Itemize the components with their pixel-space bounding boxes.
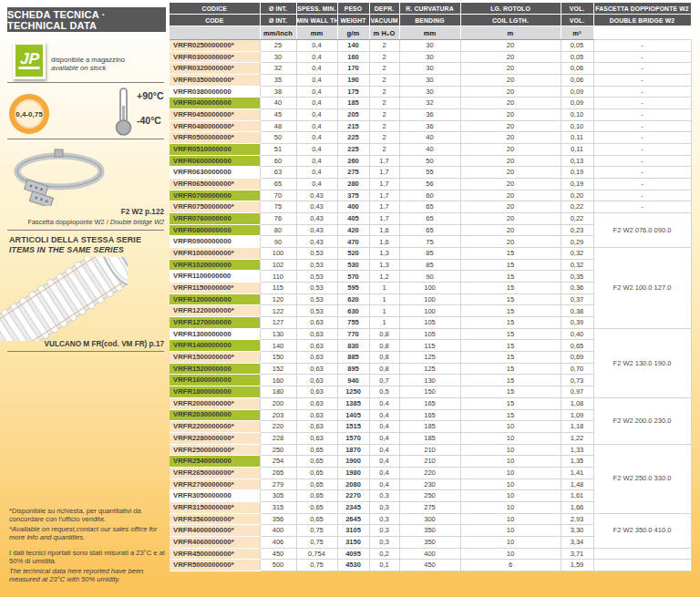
- value-cell: 2645: [337, 513, 369, 525]
- code-cell: VRFR1500000000*: [170, 352, 260, 364]
- divider: [7, 230, 164, 231]
- value-cell: 85: [399, 248, 460, 260]
- value-cell: 0,11: [561, 132, 593, 144]
- value-cell: 105: [399, 317, 460, 329]
- col-header: WEIGHT: [337, 15, 369, 26]
- code-cell: VRFR2200000000*: [170, 421, 260, 433]
- value-cell: 755: [337, 317, 369, 329]
- value-cell: 1570: [337, 432, 369, 444]
- value-cell: 830: [337, 340, 369, 352]
- value-cell: 190: [337, 75, 369, 87]
- value-cell: 165: [399, 409, 460, 421]
- value-cell: 595: [337, 283, 369, 294]
- value-cell: 770: [337, 328, 369, 340]
- value-cell: 220: [399, 467, 460, 479]
- value-cell: 15: [460, 328, 561, 340]
- fascetta-cell: F2 W2 100.0 127.0: [593, 248, 691, 329]
- value-cell: 1: [369, 283, 399, 294]
- value-cell: 280: [337, 179, 369, 190]
- value-cell: 185: [399, 432, 460, 444]
- footnote-availability-en: *Available on request,contact our sales …: [9, 525, 166, 542]
- value-cell: 0,4: [296, 155, 337, 167]
- value-cell: 0,63: [296, 375, 337, 386]
- value-cell: 520: [337, 248, 369, 260]
- value-cell: 0,63: [296, 363, 337, 375]
- value-cell: 10: [460, 456, 561, 468]
- code-cell: VRFR1270000000: [170, 317, 260, 329]
- value-cell: 0,63: [296, 328, 337, 340]
- code-cell: VRFR1000000000*: [170, 248, 260, 260]
- unit-header: [593, 26, 691, 40]
- value-cell: 0,63: [296, 409, 337, 421]
- value-cell: 1385: [337, 397, 369, 409]
- code-cell: VRFR3050000000: [170, 490, 260, 502]
- value-cell: 0,2: [369, 548, 399, 560]
- col-header: MIN WALL TH.: [296, 15, 337, 26]
- value-cell: 15: [460, 340, 561, 352]
- code-cell: VRFR1400000000: [170, 340, 260, 352]
- value-cell: 300: [399, 513, 460, 525]
- value-cell: 0,3: [369, 490, 399, 502]
- table-row: VRFR0450000000*450,4205236200,10-: [170, 109, 691, 121]
- value-cell: 15: [460, 397, 561, 409]
- divider: [7, 82, 164, 83]
- value-cell: 1250: [337, 386, 369, 398]
- table-row: VRFR0320000000*320,4170230200,06-: [170, 63, 691, 75]
- page-title: SCHEDA TECNICA · TECHNICAL DATA: [7, 7, 166, 32]
- table-row: VRFR3560000000*3560,6526450,3300102,93F2…: [170, 513, 691, 525]
- col-header: CODE: [170, 15, 260, 26]
- value-cell: 1,7: [369, 201, 399, 213]
- value-cell: 15: [460, 293, 561, 305]
- code-cell: VRFR1020000000: [170, 259, 260, 271]
- series-title-en: ITEMS IN THE SAME SERIES: [9, 245, 124, 254]
- value-cell: 0,4: [369, 456, 399, 468]
- footnotes: *Disponibile su richiesta, per quantitat…: [9, 507, 166, 585]
- value-cell: 30: [399, 40, 460, 52]
- value-cell: 0,73: [561, 375, 593, 386]
- value-cell: 40: [260, 98, 296, 109]
- value-cell: 0,35: [561, 271, 593, 283]
- table-row: VRFR0250000000*250,4140230200,05-: [170, 40, 691, 52]
- temp-max-label: +90°C: [137, 90, 164, 101]
- value-cell: 65: [399, 213, 460, 225]
- value-cell: 30: [260, 51, 296, 63]
- unit-header: [170, 26, 260, 40]
- code-cell: VRFR1200000000: [170, 293, 260, 305]
- value-cell: 75: [399, 236, 460, 248]
- value-cell: 0,4: [296, 120, 337, 132]
- value-cell: 250: [260, 444, 296, 456]
- value-cell: 115: [260, 283, 296, 294]
- value-cell: 0,29: [561, 236, 593, 248]
- value-cell: 0,65: [296, 444, 337, 456]
- value-cell: 2: [369, 51, 399, 63]
- value-cell: 38: [260, 86, 296, 98]
- value-cell: 105: [399, 328, 460, 340]
- value-cell: 2: [369, 98, 399, 109]
- value-cell: 15: [460, 271, 561, 283]
- value-cell: 65: [399, 201, 460, 213]
- code-cell: VRFR4500000000*: [170, 548, 260, 560]
- value-cell: 356: [260, 513, 296, 525]
- value-cell: 0,4: [296, 132, 337, 144]
- value-cell: 140: [337, 40, 369, 52]
- value-cell: 130: [260, 328, 296, 340]
- code-cell: VRFR0380000000: [170, 86, 260, 98]
- value-cell: 0,05: [561, 51, 593, 63]
- value-cell: 0,1: [369, 560, 399, 571]
- value-cell: 2: [369, 63, 399, 75]
- value-cell: 40: [399, 132, 460, 144]
- unit-header: mm: [399, 26, 460, 40]
- code-cell: VRFR0900000000: [170, 236, 260, 248]
- value-cell: 0,37: [561, 293, 593, 305]
- value-cell: 4095: [337, 548, 369, 560]
- value-cell: 0,4: [296, 144, 337, 156]
- value-cell: 315: [260, 501, 296, 513]
- header-row: CODICEØ INT.SPESS. MIN.PESODEPR.R. CURVA…: [170, 3, 691, 15]
- value-cell: 10: [460, 490, 561, 502]
- value-cell: 0,8: [369, 328, 399, 340]
- series-title-it: ARTICOLI DELLA STESSA SERIE: [9, 235, 141, 244]
- value-cell: 350: [399, 536, 460, 548]
- value-cell: 0,4: [296, 51, 337, 63]
- value-cell: 0,05: [561, 40, 593, 52]
- value-cell: 0,4: [296, 75, 337, 87]
